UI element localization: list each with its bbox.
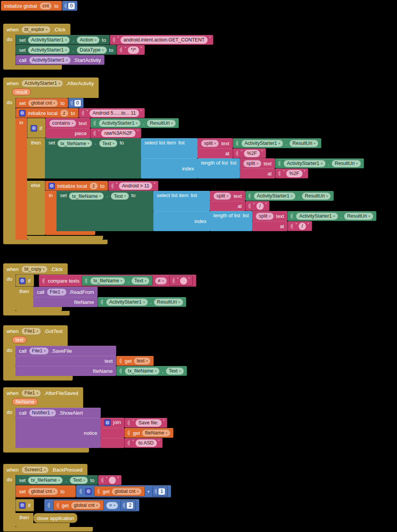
- variable-dropdown[interactable]: global cnt▾: [28, 100, 58, 107]
- set-action-block[interactable]: set ActivityStarter1▾ . Action▾ to: [15, 35, 110, 45]
- string-field[interactable]: Android 5......to... 11: [89, 110, 139, 117]
- empty-string-block[interactable]: “”: [169, 276, 193, 286]
- get-text-block[interactable]: get text▾: [116, 356, 154, 366]
- when-bt-explor-click-block[interactable]: when bt_explor▾ .Click do set ActivitySt…: [3, 24, 213, 70]
- number-block[interactable]: 1: [152, 486, 168, 496]
- do-spine[interactable]: do: [3, 475, 15, 527]
- component-dropdown[interactable]: ActivityStarter1▾: [241, 140, 283, 147]
- call-showalert-block[interactable]: call Notifier1▾ .ShowAlert notice ⚙ join…: [15, 408, 174, 448]
- property-dropdown[interactable]: Text▾: [131, 277, 150, 285]
- component-dropdown[interactable]: File1▾: [29, 347, 49, 355]
- event-header[interactable]: when bt_explor▾ .Click: [3, 24, 70, 35]
- property-dropdown[interactable]: Text▾: [70, 477, 88, 484]
- split-dropdown[interactable]: split▾: [201, 140, 219, 147]
- do-spine[interactable]: do: [3, 35, 15, 65]
- property-dropdown[interactable]: Action▾: [77, 36, 100, 44]
- contains-dropdown[interactable]: contains▾: [49, 120, 77, 127]
- property-dropdown[interactable]: DataType▾: [77, 46, 107, 54]
- number-field[interactable]: 0: [68, 2, 75, 10]
- split-dropdown[interactable]: split▾: [213, 192, 231, 200]
- set-global-cnt-block[interactable]: set global cnt▾ to: [15, 98, 68, 108]
- select-list-item-block[interactable]: select list item list split▾ text: [141, 138, 364, 178]
- property-dropdown[interactable]: ResultUri▾: [344, 213, 373, 220]
- when-screen1-backpressed-block[interactable]: when Screen1▾ .BackPressed do set tx_fil…: [3, 464, 171, 532]
- component-dropdown[interactable]: ActivityStarter1▾: [28, 46, 70, 54]
- gear-icon[interactable]: ⚙: [104, 419, 111, 426]
- property-dropdown[interactable]: ResultUri▾: [302, 192, 331, 200]
- event-param-chip[interactable]: result: [12, 88, 31, 96]
- property-dropdown[interactable]: ResultUri▾: [147, 120, 176, 127]
- component-dropdown[interactable]: Screen1▾: [21, 466, 49, 474]
- then-branch[interactable]: then: [27, 138, 45, 178]
- length-of-list-block[interactable]: length of list list split▾: [198, 158, 364, 178]
- number-field[interactable]: 1: [158, 488, 165, 495]
- split-dropdown[interactable]: split▾: [243, 160, 261, 167]
- compare-texts-block[interactable]: compare texts tx_fileName▾ . Text▾ ≠▾ “”: [39, 275, 197, 287]
- when-afteractivity-block[interactable]: when ActivityStarter1▾ .AfterActivity re…: [3, 77, 376, 244]
- set-txfilename-block[interactable]: set tx_fileName▾ . Text▾ to: [57, 191, 376, 231]
- close-application-block[interactable]: close application: [33, 513, 77, 523]
- empty-string-block[interactable]: “”: [98, 475, 122, 485]
- init-global-cnt-block[interactable]: initialize global cnt to 0: [1, 1, 77, 11]
- txfilename-text-getter-block[interactable]: tx_fileName▾ . Text▾: [116, 366, 187, 376]
- component-dropdown[interactable]: File1▾: [21, 328, 41, 335]
- string-field[interactable]: Save file:: [136, 419, 162, 427]
- in-spine[interactable]: in: [15, 118, 27, 240]
- component-dropdown[interactable]: ActivityStarter1▾: [29, 57, 71, 64]
- select-list-item-block[interactable]: select list item list split▾: [153, 191, 376, 231]
- string-field[interactable]: /: [256, 203, 264, 210]
- initialize-local-block[interactable]: ⚙ initialize local z to: [45, 181, 108, 191]
- string-field[interactable]: */*: [128, 46, 139, 54]
- do-spine[interactable]: do: [3, 346, 15, 376]
- property-dropdown[interactable]: ResultUri▾: [332, 160, 361, 167]
- initialize-global-block[interactable]: initialize global cnt to: [1, 1, 62, 11]
- component-dropdown[interactable]: ActivityStarter1▾: [21, 80, 63, 87]
- event-header[interactable]: when bt_copy▾ .Click: [3, 263, 68, 275]
- number-field[interactable]: 2: [126, 502, 134, 509]
- property-dropdown[interactable]: ResultUri▾: [154, 299, 183, 306]
- component-dropdown[interactable]: tx_fileName▾: [28, 477, 63, 484]
- text-string-block[interactable]: “/”: [245, 201, 270, 211]
- property-dropdown[interactable]: Text▾: [99, 140, 117, 147]
- split-block[interactable]: split▾ text ActivityStarter1▾: [240, 158, 364, 178]
- component-dropdown[interactable]: File1▾: [47, 288, 67, 296]
- text-string-block[interactable]: “%2F”: [275, 168, 308, 178]
- text-string-block[interactable]: “Android 5......to... 11”: [79, 108, 145, 118]
- event-param-chip[interactable]: fileName: [12, 398, 38, 405]
- addition-block[interactable]: ⚙ get global cnt▾ + 1: [76, 485, 171, 498]
- get-global-cnt-block[interactable]: get global cnt▾: [94, 486, 145, 496]
- property-dropdown[interactable]: Text▾: [166, 367, 184, 375]
- variable-name-field[interactable]: cnt: [40, 2, 52, 10]
- component-dropdown[interactable]: ActivityStarter1▾: [99, 120, 141, 127]
- get-global-cnt-block[interactable]: get global cnt▾: [53, 500, 104, 510]
- number-block[interactable]: 2: [120, 500, 136, 510]
- string-field[interactable]: Android > 11: [119, 182, 152, 190]
- variable-dropdown[interactable]: global cnt▾: [112, 488, 142, 495]
- else-branch[interactable]: else: [27, 181, 45, 235]
- resulturi-getter-block[interactable]: ActivityStarter1▾ . ResultUri▾: [275, 158, 364, 168]
- if-block[interactable]: ⚙ if: [15, 499, 34, 511]
- number-block[interactable]: 0: [62, 1, 77, 11]
- gear-icon[interactable]: ⚙: [85, 488, 92, 495]
- resulturi-getter-block[interactable]: ActivityStarter1▾ . ResultUri▾: [245, 191, 334, 201]
- initialize-local-block[interactable]: ⚙ initialize local z to: [15, 108, 79, 118]
- then-branch[interactable]: then: [15, 513, 33, 523]
- text-string-block[interactable]: “*/*”: [117, 45, 145, 55]
- string-field[interactable]: android.intent.action.GET_CONTENT: [120, 36, 208, 44]
- set-datatype-block[interactable]: set ActivityStarter1▾ . DataType▾ to: [15, 45, 117, 55]
- component-dropdown[interactable]: bt_explor▾: [21, 26, 50, 33]
- call-readfrom-block[interactable]: call File1▾ .ReadFrom fileName ActivityS…: [33, 287, 186, 307]
- string-field[interactable]: to ASD: [136, 439, 157, 447]
- component-dropdown[interactable]: tx_fileName▾: [57, 140, 92, 147]
- variable-dropdown[interactable]: global cnt▾: [71, 502, 101, 509]
- call-startactivity-block[interactable]: call ActivityStarter1▾ .StartActivity: [15, 55, 105, 65]
- when-bt-copy-click-block[interactable]: when bt_copy▾ .Click do ⚙ if compare tex…: [3, 263, 196, 316]
- text-string-block[interactable]: “Android > 11”: [108, 181, 158, 191]
- comparison-operator-dropdown[interactable]: =▾: [106, 502, 118, 509]
- length-of-list-block[interactable]: length of list list split▾: [210, 211, 376, 231]
- event-header[interactable]: when File1▾ .GotText text: [3, 325, 68, 346]
- do-spine[interactable]: do: [3, 275, 15, 311]
- string-field[interactable]: raw%3A%2F: [101, 130, 135, 137]
- component-dropdown[interactable]: tx_fileName▾: [69, 192, 104, 200]
- gear-icon[interactable]: ⚙: [31, 125, 37, 132]
